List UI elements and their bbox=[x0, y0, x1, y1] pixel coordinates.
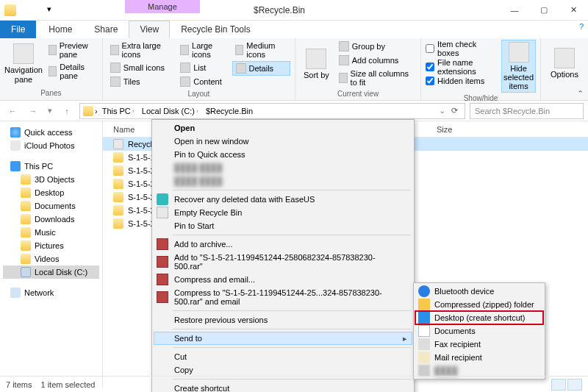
winrar-icon bbox=[157, 291, 168, 303]
tab-home[interactable]: Home bbox=[37, 21, 83, 38]
qat-button[interactable] bbox=[21, 4, 32, 16]
tab-file[interactable]: File bbox=[0, 21, 36, 38]
view-thumbnails-button[interactable] bbox=[567, 379, 582, 391]
collapse-ribbon-icon[interactable]: ⌃ bbox=[577, 89, 584, 99]
layout-list[interactable]: List bbox=[177, 61, 229, 74]
tab-view[interactable]: View bbox=[129, 21, 170, 38]
separator bbox=[173, 235, 411, 235]
tree-item[interactable]: 3D Objects bbox=[3, 173, 99, 186]
layout-details[interactable]: Details bbox=[232, 61, 291, 76]
address-bar[interactable]: › This PC› Local Disk (C:)› $Recycle.Bin… bbox=[79, 103, 465, 119]
view-details-button[interactable] bbox=[551, 379, 566, 391]
bluetooth-icon bbox=[418, 285, 430, 297]
up-button[interactable]: ↑ bbox=[59, 103, 75, 119]
status-item-count: 7 items bbox=[6, 380, 32, 389]
ribbon: ? Navigation pane Preview pane Details p… bbox=[0, 38, 588, 101]
separator bbox=[173, 329, 411, 329]
layout-lg-icons[interactable]: Large icons bbox=[177, 40, 229, 60]
ctx-send-to[interactable]: Send to▸ bbox=[154, 332, 412, 345]
hidden-items-toggle[interactable]: Hidden items bbox=[426, 76, 498, 85]
ctx-compress-email[interactable]: Compress and email... bbox=[154, 273, 412, 286]
minimize-button[interactable]: — bbox=[500, 0, 529, 21]
app-icon bbox=[4, 4, 16, 16]
breadcrumb[interactable]: This PC› bbox=[99, 107, 137, 115]
tree-item[interactable]: Documents bbox=[3, 199, 99, 213]
documents-icon bbox=[418, 325, 430, 337]
tree-item[interactable]: Pictures bbox=[3, 239, 99, 252]
ctx-open[interactable]: Open bbox=[154, 121, 412, 135]
tree-item[interactable]: Downloads bbox=[3, 213, 99, 226]
tree-item-local-disk[interactable]: Local Disk (C:) bbox=[3, 266, 99, 279]
sendto-zip[interactable]: Compressed (zipped) folder bbox=[415, 298, 543, 311]
item-checkboxes-toggle[interactable]: Item check boxes bbox=[426, 40, 498, 57]
layout-tiles[interactable]: Tiles bbox=[107, 75, 175, 88]
preview-pane-button[interactable]: Preview pane bbox=[46, 40, 98, 60]
qat-dropdown[interactable]: ▾ bbox=[47, 4, 59, 16]
fax-icon bbox=[418, 338, 430, 350]
folder-icon bbox=[113, 205, 123, 215]
add-columns-button[interactable]: Add columns bbox=[336, 54, 416, 67]
tree-quick-access[interactable]: Quick access bbox=[3, 126, 99, 139]
refresh-button[interactable]: ⟳ bbox=[447, 106, 462, 115]
mail-icon bbox=[418, 352, 430, 363]
separator bbox=[173, 347, 411, 348]
address-dropdown[interactable]: ⌄ bbox=[439, 106, 445, 115]
tree-item[interactable]: Desktop bbox=[3, 186, 99, 199]
details-pane-button[interactable]: Details pane bbox=[46, 61, 98, 82]
ctx-empty-recycle-bin[interactable]: Empty Recycle Bin bbox=[154, 206, 412, 219]
layout-xl-icons[interactable]: Extra large icons bbox=[107, 40, 175, 60]
options-button[interactable]: Options bbox=[545, 40, 584, 88]
layout-sm-icons[interactable]: Small icons bbox=[107, 61, 175, 74]
tree-network[interactable]: Network bbox=[3, 286, 99, 299]
close-button[interactable]: ✕ bbox=[559, 0, 588, 21]
tab-recycle-tools[interactable]: Recycle Bin Tools bbox=[170, 21, 262, 38]
ctx-item-redacted[interactable]: ████ ████ bbox=[154, 174, 412, 188]
qat-button[interactable] bbox=[34, 4, 46, 16]
ctx-add-archive[interactable]: Add to archive... bbox=[154, 238, 412, 251]
navigation-tree: Quick access iCloud Photos This PC 3D Ob… bbox=[0, 121, 103, 388]
tree-this-pc[interactable]: This PC bbox=[3, 160, 99, 173]
sendto-mail[interactable]: Mail recipient bbox=[415, 351, 543, 364]
ctx-recover-easeus[interactable]: Recover any deleted data with EaseUS bbox=[154, 193, 412, 206]
forward-button[interactable]: → bbox=[25, 103, 41, 119]
ctx-open-new-window[interactable]: Open in new window bbox=[154, 135, 412, 148]
winrar-icon bbox=[157, 256, 168, 268]
navigation-pane-button[interactable]: Navigation pane bbox=[4, 40, 43, 88]
breadcrumb[interactable]: Local Disk (C:)› bbox=[139, 107, 201, 115]
ctx-compress-to[interactable]: Compress to "S-1-5-21-1199451244-25...32… bbox=[154, 286, 412, 308]
maximize-button[interactable]: ▢ bbox=[529, 0, 559, 21]
sendto-fax[interactable]: Fax recipient bbox=[415, 338, 543, 351]
file-extensions-toggle[interactable]: File name extensions bbox=[426, 58, 498, 76]
hide-selected-button[interactable]: Hide selected items bbox=[501, 40, 536, 93]
ctx-cut[interactable]: Cut bbox=[154, 350, 412, 363]
layout-md-icons[interactable]: Medium icons bbox=[232, 40, 291, 60]
tab-share[interactable]: Share bbox=[83, 21, 129, 38]
history-dropdown[interactable]: ▾ bbox=[46, 103, 54, 119]
ctx-pin-start[interactable]: Pin to Start bbox=[154, 219, 412, 232]
sendto-desktop-shortcut[interactable]: Desktop (create shortcut) bbox=[415, 311, 543, 324]
folder-icon bbox=[113, 152, 123, 163]
sendto-documents[interactable]: Documents bbox=[415, 324, 543, 338]
context-menu: Open Open in new window Pin to Quick acc… bbox=[151, 119, 415, 392]
tree-icloud[interactable]: iCloud Photos bbox=[3, 139, 99, 152]
tree-item[interactable]: Videos bbox=[3, 252, 99, 266]
folder-icon bbox=[83, 106, 93, 116]
tree-item[interactable]: Music bbox=[3, 226, 99, 239]
help-icon[interactable]: ? bbox=[579, 22, 584, 31]
recycle-bin-icon bbox=[157, 207, 168, 218]
group-by-button[interactable]: Group by bbox=[336, 40, 416, 53]
status-bar: 7 items 1 item selected bbox=[0, 376, 588, 392]
sort-by-button[interactable]: Sort by bbox=[300, 40, 333, 88]
ctx-copy[interactable]: Copy bbox=[154, 363, 412, 377]
layout-content[interactable]: Content bbox=[177, 75, 229, 88]
search-input[interactable]: Search $Recycle.Bin bbox=[470, 103, 584, 119]
ctx-item-redacted[interactable]: ████ ████ bbox=[154, 161, 412, 174]
sendto-bluetooth[interactable]: Bluetooth device bbox=[415, 285, 543, 298]
winrar-icon bbox=[157, 238, 168, 250]
breadcrumb[interactable]: $Recycle.Bin bbox=[203, 107, 256, 115]
size-columns-button[interactable]: Size all columns to fit bbox=[336, 68, 416, 88]
ctx-add-rar[interactable]: Add to "S-1-5-21-1199451244-2580682324-8… bbox=[154, 251, 412, 273]
ctx-restore-versions[interactable]: Restore previous versions bbox=[154, 313, 412, 327]
back-button[interactable]: ← bbox=[4, 103, 21, 119]
ctx-pin-quick-access[interactable]: Pin to Quick access bbox=[154, 148, 412, 161]
